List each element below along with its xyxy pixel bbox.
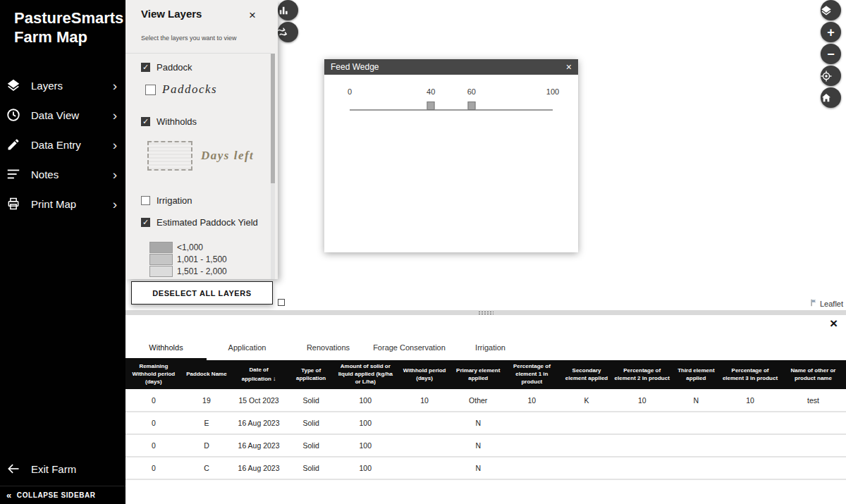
panel-scrollbar[interactable] — [271, 54, 275, 279]
tab-application[interactable]: Application — [207, 337, 288, 360]
withholds-checkbox[interactable] — [141, 117, 150, 126]
sidebar-item-layers[interactable]: Layers › — [0, 70, 125, 100]
tab-irrigation[interactable]: Irrigation — [450, 337, 531, 360]
column-header[interactable]: Amount of solid or liquid applied (kg/ha… — [336, 360, 395, 389]
column-header[interactable]: Withhold period (days) — [395, 360, 454, 389]
legend-swatch — [149, 242, 173, 253]
days-left-preview-label: Days left — [201, 149, 254, 163]
zoom-out-button[interactable]: − — [821, 44, 841, 64]
column-header[interactable]: Percentage of element 3 in product — [720, 360, 780, 389]
sidebar-item-notes[interactable]: Notes › — [0, 159, 125, 189]
table-cell — [502, 434, 561, 457]
drag-grip-icon[interactable] — [478, 311, 494, 314]
table-row[interactable]: 0E16 Aug 2023Solid100N — [125, 412, 846, 434]
compare-tool-button[interactable] — [278, 22, 298, 42]
paddock-labels-checkbox[interactable] — [145, 85, 156, 95]
legend-label: 1,001 - 1,500 — [177, 254, 227, 264]
table-cell — [612, 434, 673, 457]
column-header[interactable]: Remaining Withhold period (days) — [125, 360, 182, 389]
exit-farm-button[interactable]: Exit Farm — [0, 459, 125, 479]
paddock-checkbox[interactable] — [141, 63, 150, 72]
table-cell: 0 — [125, 389, 182, 412]
table-row[interactable]: 01915 Oct 2023Solid10010Other10K10N10tes… — [125, 389, 846, 412]
column-header[interactable]: Percentage of element 1 in product — [502, 360, 561, 389]
sort-desc-icon[interactable]: ↓ — [273, 375, 276, 382]
estimated-yield-checkbox[interactable] — [141, 218, 150, 227]
feed-wedge-slider[interactable]: 04060100 — [350, 75, 553, 131]
chart-tool-button[interactable] — [278, 0, 298, 20]
records-panel-close-icon[interactable]: × — [830, 316, 838, 330]
feed-wedge-close-icon[interactable]: × — [566, 62, 572, 72]
table-cell — [561, 457, 612, 479]
zoom-in-button[interactable]: + — [821, 22, 841, 42]
slider-track[interactable] — [350, 109, 553, 111]
column-header[interactable]: Paddock Name — [182, 360, 232, 389]
chevron-right-icon: › — [113, 109, 117, 122]
withholds-preview-box — [147, 141, 192, 171]
home-button[interactable] — [821, 87, 841, 108]
slider-handle[interactable] — [467, 102, 475, 110]
collapse-sidebar-button[interactable]: « COLLAPSE SIDEBAR — [0, 486, 125, 504]
column-header[interactable]: Secondary element applied — [561, 360, 612, 389]
withholds-label: Withholds — [157, 116, 197, 127]
table-cell: 10 — [395, 389, 454, 412]
leaflet-flag-icon — [810, 299, 818, 308]
map-resize-handle[interactable] — [278, 299, 285, 306]
sidebar-item-label: Notes — [31, 168, 113, 180]
layers-panel-subtitle: Select the layers you want to view — [141, 35, 237, 42]
tab-forage-conservation[interactable]: Forage Conservation — [369, 337, 450, 360]
table-row[interactable]: 0D16 Aug 2023Solid100N — [125, 434, 846, 457]
minus-icon: − — [827, 48, 835, 61]
table-cell: K — [561, 389, 612, 412]
scrollbar-thumb[interactable] — [271, 54, 275, 183]
table-cell: 16 Aug 2023 — [231, 434, 286, 457]
legend-item: 1,001 - 1,500 — [149, 253, 227, 265]
layers-panel-close-icon[interactable]: × — [249, 9, 256, 21]
table-row[interactable]: 0C16 Aug 2023Solid100N — [125, 457, 846, 479]
table-cell — [780, 412, 846, 434]
table-cell: 0 — [125, 434, 182, 457]
table-cell: N — [454, 457, 502, 479]
layers-panel-title: View Layers — [141, 8, 202, 20]
table-cell: C — [182, 457, 232, 479]
tab-withholds[interactable]: Withholds — [125, 337, 207, 360]
sidebar-item-data-view[interactable]: Data View › — [0, 100, 125, 130]
column-header[interactable]: Date of application↓ — [231, 360, 286, 389]
panel-resize-divider[interactable] — [125, 310, 846, 315]
table-cell: 10 — [502, 389, 561, 412]
sidebar-item-data-entry[interactable]: Data Entry › — [0, 130, 125, 159]
chevron-right-icon: › — [113, 197, 117, 211]
layer-row-irrigation: Irrigation — [141, 195, 192, 206]
legend-item: 1,501 - 2,000 — [149, 265, 227, 277]
table-cell: 15 Oct 2023 — [231, 389, 286, 412]
table-cell — [502, 457, 561, 479]
feed-wedge-header[interactable]: Feed Wedge × — [324, 59, 578, 75]
table-cell: 16 Aug 2023 — [231, 412, 286, 434]
column-header[interactable]: Third element applied — [673, 360, 720, 389]
table-cell — [395, 434, 454, 457]
tab-renovations[interactable]: Renovations — [288, 337, 369, 360]
column-header[interactable]: Primary element applied — [454, 360, 502, 389]
column-header[interactable]: Name of other or product name — [780, 360, 846, 389]
crosshair-icon — [819, 68, 834, 84]
legend-label: <1,000 — [177, 242, 203, 252]
printer-icon — [6, 196, 21, 211]
sidebar-item-print-map[interactable]: Print Map › — [0, 189, 125, 219]
map-layers-button[interactable] — [821, 0, 841, 20]
table-cell: Solid — [286, 434, 336, 457]
slider-handle[interactable] — [427, 102, 435, 110]
yield-legend: <1,0001,001 - 1,5001,501 - 2,000 — [149, 241, 227, 277]
deselect-all-layers-button[interactable]: DESELECT ALL LAYERS — [131, 281, 273, 305]
feed-wedge-body: 04060100 — [324, 75, 578, 252]
legend-swatch — [149, 254, 173, 265]
layer-row-estimated-yield: Estimated Paddock Yield — [141, 217, 258, 228]
table-cell — [395, 412, 454, 434]
locate-button[interactable] — [821, 66, 841, 86]
table-cell: 100 — [336, 434, 395, 457]
column-header[interactable]: Type of application — [286, 360, 336, 389]
withholds-preview: Days left — [147, 141, 254, 171]
irrigation-checkbox[interactable] — [141, 196, 150, 205]
pencil-icon — [6, 137, 21, 152]
column-header[interactable]: Percentage of element 2 in product — [612, 360, 673, 389]
attribution-label[interactable]: Leaflet — [820, 300, 843, 308]
